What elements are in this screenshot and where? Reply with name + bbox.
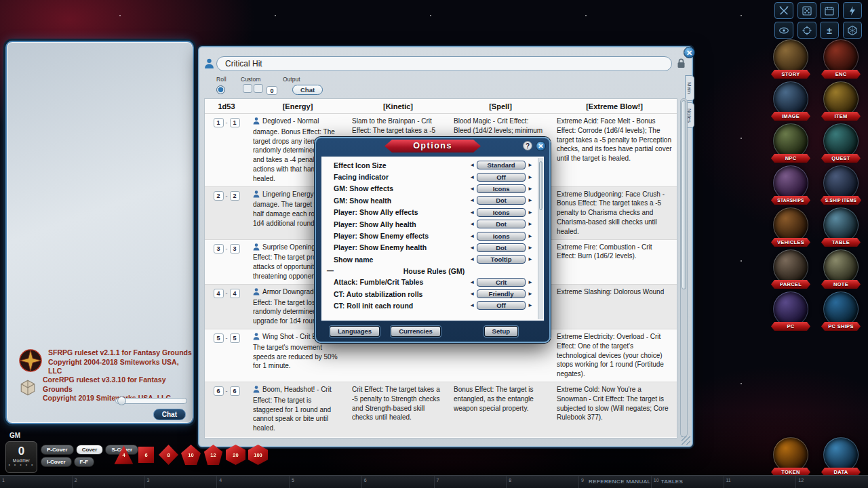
roll-radio[interactable] xyxy=(216,85,225,94)
table-scrollbar[interactable] xyxy=(680,98,688,437)
sidebar-item-item[interactable]: ITEM xyxy=(819,81,863,117)
decrement-arrow-icon[interactable]: ◄ xyxy=(469,289,475,298)
hotkey-slot-9[interactable]: 9 REFERENCE MANUAL xyxy=(578,476,651,488)
decrement-arrow-icon[interactable]: ◄ xyxy=(469,208,475,217)
i-cover-button[interactable]: I-Cover xyxy=(41,457,72,467)
chat-input-tab[interactable]: Chat xyxy=(153,409,186,420)
hotkey-slot-5[interactable]: 5 xyxy=(289,476,361,488)
tab-main[interactable]: Main xyxy=(685,75,694,101)
sidebar-item-vehicles[interactable]: VEHICLES xyxy=(769,207,812,243)
hotkey-slot-1[interactable]: 1 xyxy=(0,476,72,488)
decrement-arrow-icon[interactable]: ◄ xyxy=(469,173,475,182)
calendar-icon[interactable] xyxy=(820,2,839,19)
hotkey-slot-6[interactable]: 6 xyxy=(361,476,434,488)
sidebar-item-data[interactable]: DATA xyxy=(819,437,863,473)
effects-icon[interactable] xyxy=(843,2,862,19)
close-icon[interactable]: ✕ xyxy=(684,47,695,58)
option-value-button[interactable]: Tooltip xyxy=(477,255,526,264)
sidebar-item-npc[interactable]: NPC xyxy=(769,123,812,159)
increment-arrow-icon[interactable]: ► xyxy=(528,278,533,287)
decrement-arrow-icon[interactable]: ◄ xyxy=(469,278,475,287)
targeting-icon[interactable] xyxy=(797,22,816,39)
increment-arrow-icon[interactable]: ► xyxy=(528,220,533,228)
option-value-button[interactable]: Friendly xyxy=(477,289,526,298)
hotkey-slot-4[interactable]: 4 xyxy=(216,476,289,488)
options-scrollbar[interactable] xyxy=(538,158,543,319)
chat-scrollbar[interactable] xyxy=(115,398,187,404)
increment-arrow-icon[interactable]: ► xyxy=(528,196,533,205)
decrement-arrow-icon[interactable]: ◄ xyxy=(469,184,475,193)
link-icon[interactable] xyxy=(253,333,260,343)
option-value-button[interactable]: Crit xyxy=(477,278,526,287)
hotkey-slot-3[interactable]: 3 xyxy=(144,476,217,488)
sidebar-item-table[interactable]: TABLE xyxy=(819,207,863,243)
custom-die-slot[interactable] xyxy=(254,84,263,93)
sidebar-item-image[interactable]: IMAGE xyxy=(769,81,812,117)
lock-icon[interactable] xyxy=(677,58,686,68)
increment-arrow-icon[interactable]: ► xyxy=(528,173,533,182)
increment-arrow-icon[interactable]: ► xyxy=(528,243,533,252)
chat-scrollbar-knob[interactable] xyxy=(117,396,126,405)
link-icon[interactable] xyxy=(253,117,260,127)
f-f-button[interactable]: F-F xyxy=(74,457,94,467)
manual-dice-icon[interactable] xyxy=(843,22,862,39)
collapse-icon[interactable]: — xyxy=(327,267,335,274)
increment-arrow-icon[interactable]: ► xyxy=(528,301,533,310)
sidebar-item-pc-ships[interactable]: PC SHIPS xyxy=(819,291,863,327)
sidebar-item-starships[interactable]: STARSHIPS xyxy=(769,165,812,201)
modifier-box[interactable]: 0 Modifier • • • • • xyxy=(5,441,37,473)
d12-die[interactable]: 12 xyxy=(203,445,223,465)
modifiers-icon[interactable]: ± xyxy=(820,22,839,39)
link-icon[interactable] xyxy=(253,386,260,396)
sidebar-item-note[interactable]: NOTE xyxy=(819,249,863,285)
link-icon[interactable] xyxy=(253,288,260,298)
sidebar-item-token[interactable]: TOKEN xyxy=(769,437,812,473)
option-value-button[interactable]: Standard xyxy=(477,161,526,169)
sidebar-item-enc[interactable]: ENC xyxy=(819,39,863,75)
table-scrollbar-thumb[interactable] xyxy=(682,100,686,289)
option-value-button[interactable]: Dot xyxy=(477,220,526,228)
custom-die-slot[interactable] xyxy=(243,84,252,93)
increment-arrow-icon[interactable]: ► xyxy=(528,289,533,298)
increment-arrow-icon[interactable]: ► xyxy=(528,255,533,264)
output-chat-button[interactable]: Chat xyxy=(292,85,323,95)
sidebar-item-parcel[interactable]: PARCEL xyxy=(769,249,812,285)
sidebar-item-pc[interactable]: PC xyxy=(769,291,812,327)
decrement-arrow-icon[interactable]: ◄ xyxy=(469,243,475,252)
cover-button[interactable]: Cover xyxy=(76,445,104,455)
increment-arrow-icon[interactable]: ► xyxy=(528,232,533,241)
help-icon[interactable]: ? xyxy=(523,141,532,150)
link-icon[interactable] xyxy=(253,190,260,201)
resize-handle[interactable] xyxy=(682,436,690,445)
setup-button[interactable]: Setup xyxy=(484,326,518,337)
hotkey-slot-10[interactable]: 10 TABLES xyxy=(651,476,724,488)
sidebar-item-s-ship-items[interactable]: S.SHIP ITEMS xyxy=(819,165,863,201)
increment-arrow-icon[interactable]: ► xyxy=(528,161,533,169)
dice-tray-icon[interactable] xyxy=(797,2,816,19)
languages-button[interactable]: Languages xyxy=(330,326,380,337)
decrement-arrow-icon[interactable]: ◄ xyxy=(469,255,475,264)
d4-die[interactable]: 4 xyxy=(114,445,134,465)
hotkey-slot-12[interactable]: 12 xyxy=(795,476,868,488)
option-value-button[interactable]: Off xyxy=(477,301,526,310)
increment-arrow-icon[interactable]: ► xyxy=(528,208,533,217)
table-row[interactable]: 7-7 Flurry Fire - Bonus Effect: You can … xyxy=(205,436,677,439)
sidebar-item-story[interactable]: STORY xyxy=(769,39,812,75)
decrement-arrow-icon[interactable]: ◄ xyxy=(469,220,475,228)
option-value-button[interactable]: Icons xyxy=(477,184,526,193)
decrement-arrow-icon[interactable]: ◄ xyxy=(469,232,475,241)
link-icon[interactable] xyxy=(253,243,260,253)
decrement-arrow-icon[interactable]: ◄ xyxy=(469,196,475,205)
option-value-button[interactable]: Dot xyxy=(477,196,526,205)
option-value-button[interactable]: Off xyxy=(477,173,526,182)
hotkey-slot-11[interactable]: 11 xyxy=(724,476,796,488)
table-row[interactable]: 6-6 Boom, Headshot! - Crit Effect: The t… xyxy=(205,382,677,436)
option-value-button[interactable]: Icons xyxy=(477,208,526,217)
vision-icon[interactable] xyxy=(774,22,793,39)
increment-arrow-icon[interactable]: ► xyxy=(528,184,533,193)
d100-die[interactable]: 100 xyxy=(248,445,268,465)
d8-die[interactable]: 8 xyxy=(159,445,178,465)
hotkey-slot-8[interactable]: 8 xyxy=(506,476,578,488)
sidebar-item-quest[interactable]: QUEST xyxy=(819,123,863,159)
d20-die[interactable]: 20 xyxy=(226,445,245,465)
